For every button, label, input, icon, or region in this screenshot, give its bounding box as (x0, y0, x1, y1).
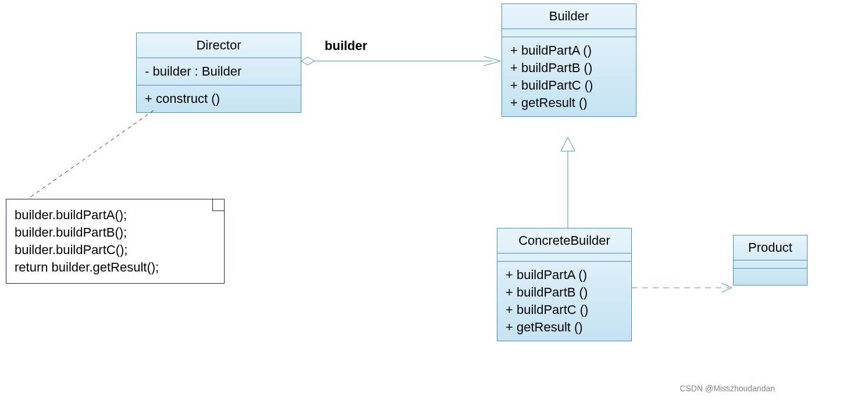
class-title: ConcreteBuilder (497, 228, 631, 253)
method-row: + buildPartA () (510, 42, 628, 59)
arrow-open-icon (721, 283, 732, 292)
note-line: builder.buildPartC(); (15, 241, 216, 259)
arrow-open-icon (484, 56, 500, 66)
method-row: + buildPartB () (506, 284, 623, 301)
class-methods: + buildPartA () + buildPartB () + buildP… (502, 37, 636, 116)
note-line: builder.buildPartA(); (15, 206, 216, 224)
class-attrs-empty (497, 253, 631, 262)
method-row: + buildPartA () (506, 266, 623, 284)
note-line: builder.buildPartB(); (15, 224, 216, 241)
method-row: + getResult () (510, 94, 628, 112)
note-anchor-line (28, 110, 154, 199)
attr-row: - builder : Builder (145, 63, 293, 80)
class-attrs: - builder : Builder (137, 58, 301, 85)
method-row: + construct () (145, 90, 293, 108)
class-attrs-empty (734, 260, 807, 269)
method-row: + buildPartC () (506, 301, 623, 319)
class-attrs-empty (502, 29, 636, 37)
association-label: builder (325, 38, 367, 53)
note-line: return builder.getResult(); (15, 259, 216, 276)
class-builder: Builder + buildPartA () + buildPartB () … (501, 3, 636, 117)
class-title: Builder (502, 4, 636, 29)
class-director: Director - builder : Builder + construct… (136, 33, 301, 113)
class-concrete-builder: ConcreteBuilder + buildPartA () + buildP… (497, 228, 632, 341)
method-row: + buildPartB () (510, 59, 628, 77)
note-fold-icon (212, 199, 224, 211)
generalization-triangle-icon (561, 137, 575, 151)
class-title: Director (137, 33, 301, 58)
class-product: Product (733, 235, 807, 285)
uml-note: builder.buildPartA(); builder.buildPartB… (6, 199, 225, 284)
watermark: CSDN @Misszhoudandan (680, 384, 775, 393)
method-row: + buildPartC () (510, 77, 628, 94)
class-methods: + construct () (137, 85, 301, 112)
class-methods-empty (734, 269, 807, 285)
class-methods: + buildPartA () + buildPartB () + buildP… (497, 262, 631, 341)
class-title: Product (734, 235, 807, 260)
aggregation-diamond-icon (301, 57, 314, 65)
method-row: + getResult () (506, 319, 623, 336)
